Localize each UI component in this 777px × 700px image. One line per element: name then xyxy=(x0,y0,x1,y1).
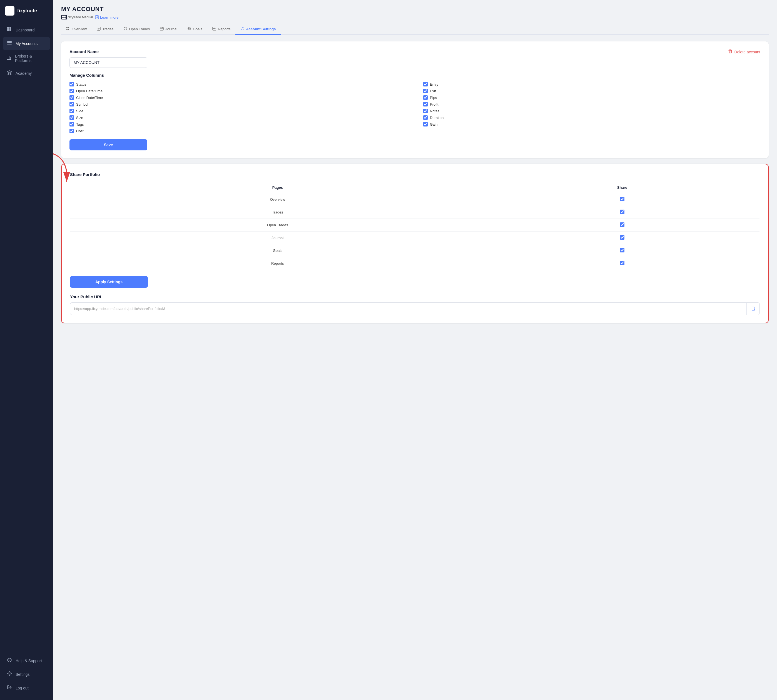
page-name-overview: Overview xyxy=(70,193,485,206)
copy-url-button[interactable] xyxy=(746,303,759,315)
manage-columns-grid: Status Entry Open Date/Time Exit xyxy=(70,82,760,133)
checkbox-gain: Gain xyxy=(423,122,760,127)
checkbox-duration-label: Duration xyxy=(430,116,444,120)
table-row: Open Trades xyxy=(70,219,760,232)
table-row: Trades xyxy=(70,206,760,219)
tab-trades[interactable]: Trades xyxy=(92,24,118,35)
overview-tab-icon xyxy=(66,27,70,32)
svg-rect-3 xyxy=(10,11,12,13)
checkbox-tags-input[interactable] xyxy=(70,122,74,127)
svg-rect-6 xyxy=(7,29,9,31)
page-name-reports: Reports xyxy=(70,257,485,270)
table-header-pages: Pages xyxy=(70,182,485,193)
public-url-input[interactable] xyxy=(70,303,746,314)
share-col-goals xyxy=(485,244,760,257)
tab-open-trades-label: Open Trades xyxy=(129,27,150,31)
share-checkbox-journal[interactable] xyxy=(620,235,624,240)
main-content: MY ACCOUNT fixytrade Manual xyxy=(53,0,777,700)
svg-rect-16 xyxy=(62,18,64,19)
page-name-trades: Trades xyxy=(70,206,485,219)
checkbox-exit: Exit xyxy=(423,89,760,93)
share-checkbox-reports[interactable] xyxy=(620,261,624,265)
brand-badge-icon xyxy=(61,15,67,20)
share-col-overview xyxy=(485,193,760,206)
sidebar-item-brokers-platforms[interactable]: Brokers & Platforms xyxy=(3,51,50,66)
svg-rect-24 xyxy=(160,27,163,30)
svg-rect-14 xyxy=(62,15,64,17)
checkbox-pips: Pips xyxy=(423,95,760,100)
topbar: MY ACCOUNT fixytrade Manual xyxy=(53,0,777,35)
checkbox-profit-label: Profit xyxy=(430,102,438,107)
checkbox-duration-input[interactable] xyxy=(423,115,428,120)
checkbox-cost-input[interactable] xyxy=(70,129,74,133)
svg-point-12 xyxy=(9,661,10,662)
tab-trades-label: Trades xyxy=(102,27,113,31)
save-columns-button[interactable]: Save xyxy=(70,139,147,150)
trash-icon xyxy=(728,49,732,55)
checkbox-pips-input[interactable] xyxy=(423,95,428,100)
checkbox-size-label: Size xyxy=(76,116,83,120)
checkbox-side-input[interactable] xyxy=(70,109,74,113)
checkbox-symbol-input[interactable] xyxy=(70,102,74,107)
svg-rect-1 xyxy=(10,8,12,10)
page-name-goals: Goals xyxy=(70,244,485,257)
share-col-reports xyxy=(485,257,760,270)
share-col-open-trades xyxy=(485,219,760,232)
sidebar-item-label: Settings xyxy=(15,672,30,677)
checkbox-close-date-time: Close Date/Time xyxy=(70,95,406,100)
sidebar-item-dashboard[interactable]: Dashboard xyxy=(3,23,50,37)
tab-overview[interactable]: Overview xyxy=(61,24,92,35)
table-row: Journal xyxy=(70,232,760,244)
checkbox-duration: Duration xyxy=(423,115,760,120)
sidebar-item-settings[interactable]: Settings xyxy=(3,668,50,681)
tab-journal[interactable]: Journal xyxy=(155,24,182,35)
sidebar-item-academy[interactable]: Academy xyxy=(3,67,50,80)
svg-rect-15 xyxy=(64,15,66,17)
checkbox-open-date-time-input[interactable] xyxy=(70,89,74,93)
share-checkbox-trades[interactable] xyxy=(620,210,624,214)
checkbox-close-date-time-input[interactable] xyxy=(70,95,74,100)
settings-icon xyxy=(7,671,12,677)
checkbox-exit-input[interactable] xyxy=(423,89,428,93)
sidebar-nav: Dashboard My Accounts Brokers & Platform… xyxy=(0,23,53,652)
share-checkbox-open-trades[interactable] xyxy=(620,222,624,227)
svg-rect-22 xyxy=(68,28,69,30)
tab-reports[interactable]: Reports xyxy=(207,24,236,35)
checkbox-size-input[interactable] xyxy=(70,115,74,120)
checkbox-pips-label: Pips xyxy=(430,96,437,100)
sidebar-item-my-accounts[interactable]: My Accounts xyxy=(3,37,50,50)
tab-account-settings[interactable]: Account Settings xyxy=(235,24,281,35)
share-checkbox-goals[interactable] xyxy=(620,248,624,252)
checkbox-status-input[interactable] xyxy=(70,82,74,87)
checkbox-gain-input[interactable] xyxy=(423,122,428,127)
checkbox-profit-input[interactable] xyxy=(423,102,428,107)
svg-point-29 xyxy=(242,28,243,28)
checkbox-entry: Entry xyxy=(423,82,760,87)
checkbox-exit-label: Exit xyxy=(430,89,436,93)
svg-point-27 xyxy=(189,28,190,29)
checkbox-entry-label: Entry xyxy=(430,82,438,87)
table-header-share: Share xyxy=(485,182,760,193)
apply-settings-button[interactable]: Apply Settings xyxy=(70,276,148,288)
checkbox-size: Size xyxy=(70,115,406,120)
share-checkbox-overview[interactable] xyxy=(620,197,624,201)
sidebar-bottom: Help & Support Settings Log out xyxy=(0,652,53,700)
logo-icon xyxy=(5,6,15,15)
checkbox-side: Side xyxy=(70,109,406,113)
delete-account-button[interactable]: Delete account xyxy=(728,49,760,55)
sidebar-item-label: My Accounts xyxy=(15,42,38,46)
account-name-input[interactable] xyxy=(70,57,147,68)
share-col-journal xyxy=(485,232,760,244)
tab-goals[interactable]: Goals xyxy=(182,24,207,35)
checkbox-symbol-label: Symbol xyxy=(76,102,88,107)
learn-more-link[interactable]: Learn more xyxy=(95,15,118,20)
checkbox-entry-input[interactable] xyxy=(423,82,428,87)
sidebar-item-help-support[interactable]: Help & Support xyxy=(3,654,50,667)
tab-open-trades[interactable]: Open Trades xyxy=(118,24,155,35)
sidebar: fixytrade Dashboard My Acc xyxy=(0,0,53,700)
checkbox-notes-input[interactable] xyxy=(423,109,428,113)
sidebar-item-log-out[interactable]: Log out xyxy=(3,682,50,695)
checkbox-cost-label: Cost xyxy=(76,129,84,133)
checkbox-notes-label: Notes xyxy=(430,109,439,113)
svg-rect-10 xyxy=(7,43,12,45)
